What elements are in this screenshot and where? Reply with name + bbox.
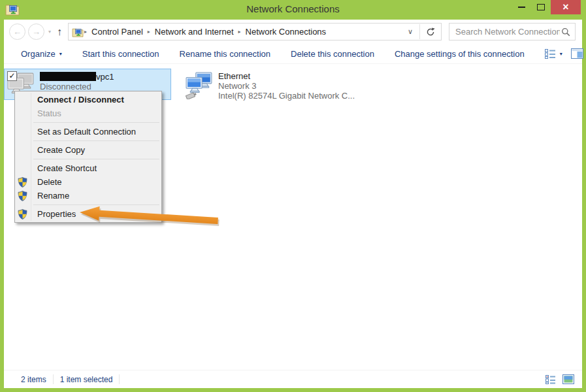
- change-settings-button[interactable]: Change settings of this connection: [395, 49, 525, 59]
- search-input[interactable]: [454, 26, 561, 37]
- menu-separator: [33, 159, 159, 159]
- ethernet-connection-icon: [186, 72, 213, 99]
- command-toolbar: Organize ▾ Start this connection Rename …: [4, 44, 582, 64]
- maximize-button[interactable]: [531, 0, 551, 14]
- status-divider: [119, 374, 120, 384]
- uac-shield-icon: [18, 177, 27, 188]
- toolbar-view-icons: ▾ ?: [545, 47, 586, 60]
- status-bar: 2 items 1 item selected: [4, 370, 582, 388]
- menu-item-delete-label: Delete: [37, 177, 62, 187]
- address-bar[interactable]: ▸ Control Panel ▸ Network and Internet ▸…: [68, 23, 442, 41]
- up-button[interactable]: ↑: [57, 26, 62, 38]
- change-view-button[interactable]: ▾: [545, 49, 562, 59]
- menu-item-connect-disconnect[interactable]: Connect / Disconnect: [15, 93, 161, 106]
- forward-button[interactable]: →: [28, 24, 44, 40]
- network-connections-window: Network Connections × ← → ▾ ↑ ▸: [0, 0, 586, 392]
- menu-item-delete[interactable]: Delete: [15, 175, 161, 189]
- menu-separator: [33, 204, 159, 205]
- organize-button[interactable]: Organize ▾: [21, 49, 62, 59]
- search-box[interactable]: [449, 23, 576, 41]
- uac-shield-icon: [18, 209, 27, 220]
- connection-tile-ethernet[interactable]: Ethernet Network 3 Intel(R) 82574L Gigab…: [183, 69, 350, 100]
- location-icon: [72, 27, 84, 37]
- menu-separator: [33, 122, 159, 123]
- breadcrumb-network-and-internet[interactable]: Network and Internet: [151, 25, 238, 38]
- minimize-button[interactable]: [512, 0, 531, 14]
- maximize-icon: [537, 4, 545, 10]
- items-count: 2 items: [21, 375, 46, 384]
- vpn-status: Disconnected: [40, 82, 114, 91]
- refresh-icon: [426, 27, 435, 37]
- ethernet-tile-icon-area: [186, 71, 214, 98]
- ethernet-tile-text: Ethernet Network 3 Intel(R) 82574L Gigab…: [218, 71, 348, 98]
- close-button[interactable]: ×: [551, 0, 581, 14]
- window-controls: ×: [512, 0, 581, 14]
- menu-item-rename-label: Rename: [37, 191, 69, 201]
- details-view-icon: [545, 49, 556, 59]
- recent-locations-dropdown[interactable]: ▾: [48, 29, 51, 35]
- rename-connection-button[interactable]: Rename this connection: [180, 49, 270, 59]
- selection-checkbox[interactable]: ✓: [7, 71, 17, 81]
- chevron-down-icon: ▾: [560, 51, 562, 57]
- preview-pane-button[interactable]: [571, 48, 583, 59]
- uac-shield-icon: [18, 191, 27, 201]
- vpn-name-suffix: vpc1: [96, 72, 114, 82]
- menu-item-properties-label: Properties: [37, 209, 76, 219]
- title-bar: Network Connections ×: [0, 0, 586, 20]
- redacted-name: [40, 72, 96, 81]
- menu-item-create-shortcut[interactable]: Create Shortcut: [15, 161, 161, 175]
- preview-pane-icon: [571, 48, 583, 59]
- back-button[interactable]: ←: [9, 24, 25, 40]
- menu-separator: [33, 140, 159, 141]
- connections-list: ✓ vpc1 Disconnected: [4, 64, 582, 370]
- start-connection-button[interactable]: Start this connection: [82, 49, 159, 59]
- ethernet-device: Intel(R) 82574L Gigabit Network C...: [218, 91, 348, 101]
- navigation-bar: ← → ▾ ↑ ▸ Control Panel ▸ Network and In…: [4, 20, 582, 44]
- menu-item-rename[interactable]: Rename: [15, 189, 161, 203]
- refresh-button[interactable]: [420, 27, 441, 37]
- minimize-icon: [518, 7, 525, 8]
- ethernet-name: Ethernet: [218, 71, 348, 81]
- menu-item-properties[interactable]: Properties: [15, 207, 161, 221]
- vpn-name-line: vpc1: [40, 72, 114, 82]
- menu-item-status[interactable]: Status: [15, 106, 161, 120]
- thumbnail-view-toggle-icon[interactable]: [562, 374, 574, 384]
- close-icon: ×: [562, 1, 568, 14]
- context-menu: Connect / Disconnect Status Set as Defau…: [14, 91, 162, 223]
- window-title: Network Connections: [0, 3, 586, 14]
- organize-label: Organize: [21, 49, 56, 59]
- breadcrumb-control-panel[interactable]: Control Panel: [88, 25, 147, 38]
- status-divider: [53, 374, 54, 384]
- chevron-down-icon: ▾: [59, 51, 62, 57]
- ethernet-network: Network 3: [218, 81, 348, 91]
- menu-item-set-default[interactable]: Set as Default Connection: [15, 125, 161, 139]
- delete-connection-button[interactable]: Delete this connection: [291, 49, 374, 59]
- selected-count: 1 item selected: [60, 375, 113, 384]
- back-icon: ←: [13, 27, 22, 37]
- client-area: ← → ▾ ↑ ▸ Control Panel ▸ Network and In…: [4, 20, 582, 388]
- address-dropdown-icon[interactable]: ∨: [401, 27, 419, 36]
- check-icon: ✓: [8, 71, 15, 80]
- search-icon: [561, 27, 570, 37]
- breadcrumb-network-connections[interactable]: Network Connections: [242, 25, 331, 38]
- menu-item-create-copy[interactable]: Create Copy: [15, 143, 161, 157]
- forward-icon: →: [32, 27, 41, 37]
- details-view-toggle-icon[interactable]: [545, 375, 556, 384]
- statusbar-view-icons: [545, 374, 574, 384]
